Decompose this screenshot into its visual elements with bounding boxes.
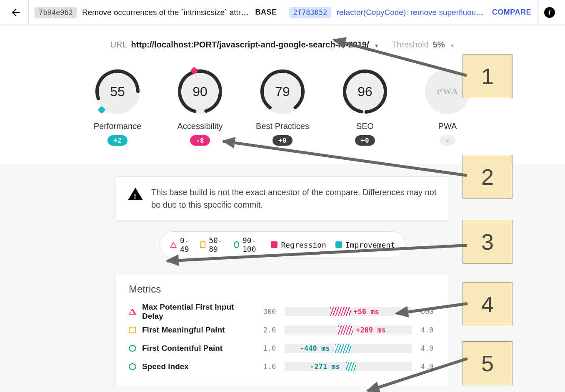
svg-point-2 (259, 68, 306, 115)
pwa-icon: PWA (437, 86, 458, 97)
gauge-best-practices[interactable]: 79Best Practices+0 (253, 69, 312, 146)
metric-bar: -271 ms (285, 362, 412, 371)
metric-bar: +209 ms (285, 325, 412, 335)
metric-hatch (346, 362, 356, 371)
metric-bar: -440 ms (285, 344, 412, 353)
metric-min: 1.0 (260, 344, 279, 352)
metric-row[interactable]: First Meaningful Paint2.0+209 ms4.0 (129, 321, 436, 339)
gauge-delta: - (440, 135, 455, 146)
base-message: Remove occurrences of the `intrinsicsize… (82, 8, 250, 17)
gauge-seo[interactable]: 96SEO+0 (336, 69, 394, 146)
metric-row[interactable]: Speed Index1.0-271 ms4.0 (129, 357, 436, 376)
metric-delta: -271 ms (310, 362, 340, 371)
metric-name: First Contentful Paint (142, 344, 255, 353)
threshold-value: 5% (433, 40, 445, 50)
metric-name: First Meaningful Paint (142, 325, 255, 335)
legend-regression: Regression (281, 241, 326, 249)
gauge-label: PWA (438, 122, 457, 131)
compare-tag: COMPARE (492, 8, 531, 17)
metric-max: 4.0 (418, 344, 436, 352)
gauge-label: SEO (356, 122, 374, 131)
base-commit-cell[interactable]: 7b94e962 Remove occurrences of the `intr… (29, 7, 283, 18)
gauge-ring: 90 (178, 69, 222, 114)
metric-min: 1.0 (260, 362, 279, 371)
triangle-icon (129, 309, 136, 315)
gauge-arc (259, 68, 306, 115)
base-hash: 7b94e962 (35, 7, 77, 18)
callout-2: 2 (462, 155, 512, 199)
circle-icon (234, 241, 239, 248)
improvement-icon (335, 241, 342, 248)
gauge-performance[interactable]: 55Performance+2 (88, 69, 147, 146)
square-icon (200, 241, 205, 248)
warning-text: This base build is not the exact ancesto… (151, 186, 437, 211)
gauge-ring: 96 (342, 69, 388, 114)
gauge-ring: 79 (260, 69, 305, 114)
gauge-label: Performance (94, 122, 142, 131)
circle-icon (129, 363, 136, 370)
gauge-label: Accessibility (178, 122, 223, 131)
metric-hatch (330, 307, 351, 316)
arrow-left-icon (10, 7, 22, 18)
gauge-delta: +0 (355, 135, 375, 146)
legend-range-2: 50-89 (209, 236, 225, 253)
divider (537, 0, 538, 25)
svg-point-3 (342, 68, 388, 115)
square-icon (129, 327, 136, 333)
metric-max: 4.0 (418, 326, 436, 334)
callout-3: 3 (462, 220, 512, 264)
compare-hash: 2f783052 (289, 7, 332, 18)
threshold-label: Threshold (392, 40, 429, 50)
svg-point-1 (177, 68, 223, 115)
compare-commit-cell[interactable]: 2f783052 refactor(CopyCode): remove supe… (283, 7, 538, 18)
callout-1: 1 (462, 54, 512, 98)
metric-min: 300 (260, 308, 279, 316)
info-icon[interactable]: i (544, 7, 555, 18)
header-bar: 7b94e962 Remove occurrences of the `intr… (0, 0, 565, 25)
gauge-accessibility[interactable]: 90Accessibility-8 (171, 69, 229, 146)
url-label: URL (110, 40, 127, 50)
gauge-delta: +2 (108, 135, 127, 146)
gauge-delta: +0 (272, 135, 292, 146)
metric-hatch (338, 325, 354, 335)
metric-row[interactable]: Max Potential First Input Delay300+56 ms… (129, 303, 436, 321)
metric-bar: +56 ms (285, 307, 412, 316)
metrics-card: Metrics Max Potential First Input Delay3… (116, 273, 449, 386)
metric-name: Speed Index (142, 362, 255, 371)
metric-delta: +209 ms (356, 326, 386, 334)
metric-row[interactable]: First Contentful Paint1.0-440 ms4.0 (129, 339, 436, 357)
legend-range-3: 90-100 (242, 236, 262, 253)
triangle-icon (170, 242, 177, 248)
base-tag: BASE (255, 8, 277, 17)
back-button[interactable] (3, 0, 28, 25)
chevron-down-icon: ▼ (374, 43, 379, 49)
metric-delta: +56 ms (353, 308, 379, 316)
metric-min: 2.0 (260, 326, 279, 334)
metric-name: Max Potential First Input Delay (142, 303, 255, 321)
legend-range-1: 0-49 (180, 236, 191, 253)
gauge-ring: 55 (95, 69, 140, 114)
threshold-selector[interactable]: Threshold 5% ▼ (392, 40, 455, 53)
regression-icon (271, 241, 278, 248)
callout-5: 5 (462, 341, 512, 385)
compare-message: refactor(CopyCode): remove superfluous a… (336, 8, 487, 17)
controls-row: URL http://localhost:PORT/javascript-and… (0, 40, 565, 53)
callout-4: 4 (462, 282, 512, 326)
gauge-arc (342, 68, 388, 115)
metrics-title: Metrics (129, 283, 436, 295)
warning-card: This base build is not the exact ancesto… (116, 176, 449, 221)
gauge-delta: -8 (190, 135, 210, 146)
gauge-arc (177, 68, 223, 115)
metric-delta: -440 ms (300, 344, 330, 352)
gauge-label: Best Practices (256, 122, 309, 131)
chevron-down-icon: ▼ (450, 43, 455, 49)
circle-icon (129, 345, 136, 352)
warning-icon (128, 188, 143, 200)
metric-hatch (335, 344, 351, 353)
